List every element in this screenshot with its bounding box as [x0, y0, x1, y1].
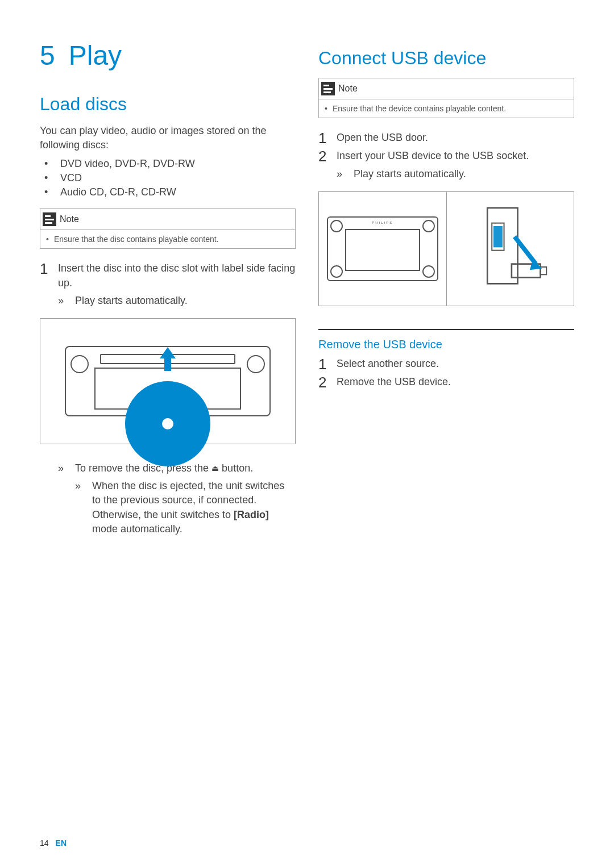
manual-page: 5Play Load discs You can play video, aud… — [0, 0, 614, 868]
page-footer: 14EN — [40, 838, 67, 848]
disc-icon — [125, 381, 210, 466]
step-number: 1 — [318, 131, 337, 145]
note-label: Note — [60, 214, 79, 224]
remove-usb-steps: 1 Select another source. 2 Remove the US… — [318, 357, 574, 390]
left-column: 5Play Load discs You can play video, aud… — [40, 40, 296, 845]
step-text: Open the USB door. — [337, 131, 428, 145]
note-label: Note — [338, 84, 358, 94]
note-text: Ensure that the device contains playable… — [333, 104, 506, 113]
section-load-discs: Load discs — [40, 94, 296, 115]
language-label: EN — [56, 838, 67, 848]
step-text: Select another source. — [337, 357, 439, 372]
step-row: 2 Remove the USB device. — [318, 375, 574, 390]
usb-port-illustration — [466, 203, 554, 294]
step-row: 1 Select another source. — [318, 357, 574, 372]
section-remove-usb: Remove the USB device — [318, 338, 574, 351]
remove-disc-result: » When the disc is ejected, the unit swi… — [75, 479, 296, 536]
step-number: 1 — [318, 357, 337, 372]
figure-usb-connect: PHILIPS — [318, 191, 574, 306]
list-text: VCD — [60, 172, 82, 184]
list-item: •Audio CD, CD-R, CD-RW — [44, 186, 296, 198]
step-text: Insert your USB device to the USB socket… — [337, 149, 529, 164]
step-number: 1 — [40, 261, 58, 290]
result-text: When the disc is ejected, the unit switc… — [92, 479, 296, 536]
chapter-number: 5 — [40, 40, 55, 70]
list-text: Audio CD, CD-R, CD-RW — [60, 186, 176, 198]
note-box: Note •Ensure that the disc contains play… — [40, 208, 296, 249]
result-text: Play starts automatically. — [354, 167, 466, 181]
page-number: 14 — [40, 838, 49, 848]
intro-text: You can play video, audio or images stor… — [40, 124, 296, 152]
list-item: •DVD video, DVD-R, DVD-RW — [44, 158, 296, 170]
chapter-title: 5Play — [40, 40, 296, 71]
list-item: •VCD — [44, 172, 296, 184]
radio-mode-label: [Radio] — [234, 509, 269, 520]
divider — [318, 329, 574, 330]
step-row: 1 Insert the disc into the disc slot wit… — [40, 261, 296, 290]
load-steps: 1 Insert the disc into the disc slot wit… — [40, 261, 296, 308]
right-column: Connect USB device Note •Ensure that the… — [318, 40, 574, 845]
eject-icon: ⏏ — [211, 463, 219, 474]
chapter-name: Play — [69, 40, 122, 70]
step-number: 2 — [318, 375, 337, 390]
list-text: DVD video, DVD-R, DVD-RW — [60, 158, 195, 170]
note-icon — [43, 212, 56, 226]
result-text: Play starts automatically. — [75, 294, 188, 308]
usb-steps: 1 Open the USB door. 2 Insert your USB d… — [318, 131, 574, 181]
step-number: 2 — [318, 149, 337, 164]
step-row: 2 Insert your USB device to the USB sock… — [318, 149, 574, 164]
brand-label: PHILIPS — [372, 221, 393, 224]
disc-types-list: •DVD video, DVD-R, DVD-RW •VCD •Audio CD… — [40, 158, 296, 198]
note-icon — [321, 82, 335, 95]
step-result: »Play starts automatically. — [337, 167, 574, 181]
step-row: 1 Open the USB door. — [318, 131, 574, 145]
step-result: »Play starts automatically. — [58, 294, 296, 308]
figure-insert-disc — [40, 318, 296, 444]
step-text: Remove the USB device. — [337, 375, 451, 390]
section-connect-usb: Connect USB device — [318, 48, 574, 69]
arrow-up-icon — [160, 347, 176, 358]
step-text: Insert the disc into the disc slot with … — [58, 261, 296, 290]
note-box: Note •Ensure that the device contains pl… — [318, 78, 574, 118]
svg-rect-5 — [493, 226, 503, 247]
note-text: Ensure that the disc contains playable c… — [54, 235, 219, 244]
